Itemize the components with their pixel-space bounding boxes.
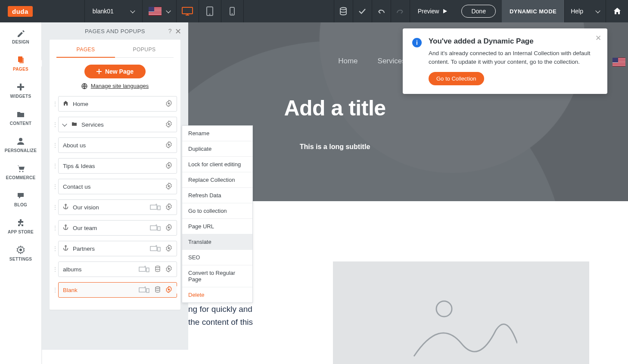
page-context-menu: RenameDuplicateLock for client editingRe… [182,125,253,303]
svg-rect-43 [139,288,146,292]
info-icon: i [412,38,422,47]
page-item[interactable]: Services [58,117,177,132]
context-menu-item[interactable]: Replace Collection [182,172,252,188]
tab-pages[interactable]: PAGES [56,43,115,58]
chevron-down-icon [62,121,67,126]
context-menu-item[interactable]: Page URL [182,219,252,234]
gear-icon[interactable] [165,203,172,212]
page-row: ⋮⋮ Home [58,96,177,112]
close-icon[interactable]: ✕ [595,34,601,43]
nav-blog[interactable]: BLOG [0,185,41,212]
nav-design[interactable]: DESIGN [0,22,41,50]
panel-tabs: PAGES POPUPS [56,40,174,58]
nav-widgets[interactable]: WIDGETS [0,77,41,104]
context-menu-item[interactable]: Refresh Data [182,188,252,203]
help-icon[interactable]: ? [168,28,172,34]
home-button[interactable] [606,0,628,22]
tablet-view-button[interactable] [199,0,221,22]
responsive-icon: ✕ [139,266,150,273]
page-item[interactable]: About us [58,137,177,153]
page-item[interactable]: Contact us [58,179,177,194]
nav-label: WIDGETS [10,94,31,99]
site-language-flag[interactable] [612,58,625,66]
page-item[interactable]: Home [58,96,177,112]
save-button[interactable] [353,0,372,22]
svg-rect-7 [19,58,24,63]
new-page-label: New Page [105,68,134,75]
svg-point-2 [210,14,210,15]
preview-button[interactable]: Preview [410,0,456,22]
context-menu-item[interactable]: Rename [182,126,252,141]
nav-personalize[interactable]: PERSONALIZE [0,131,41,158]
nav-appstore[interactable]: APP STORE [0,212,41,240]
svg-rect-39 [146,268,149,272]
context-menu-item[interactable]: Translate [182,234,252,250]
nav-label: PERSONALIZE [5,148,37,153]
tab-popups[interactable]: POPUPS [115,43,174,57]
redo-button[interactable] [391,0,410,22]
language-selector[interactable] [143,0,177,22]
gear-icon[interactable] [165,100,172,108]
new-page-button[interactable]: New Page [84,65,146,78]
page-item[interactable]: Blank ✕ [58,282,177,298]
gear-icon[interactable] [165,286,172,294]
responsive-icon: ✕ [139,286,150,293]
context-menu-item[interactable]: Go to collection [182,203,252,219]
hero-subtitle[interactable]: This is a long subtitle [300,143,370,151]
page-name: Services [81,121,161,128]
mobile-view-button[interactable] [221,0,244,22]
context-menu-item[interactable]: Duplicate [182,141,252,157]
done-button[interactable]: Done [461,5,495,18]
page-item[interactable]: Tips & Ideas [58,158,177,174]
page-item[interactable]: Partners ✕ [58,241,177,256]
page-item[interactable]: albums ✕ [58,261,177,277]
page-item[interactable]: Our team ✕ [58,220,177,236]
svg-point-41 [155,266,160,268]
desktop-view-button[interactable] [177,0,199,22]
hero-title[interactable]: Add a title [284,96,386,121]
go-to-collection-button[interactable]: Go to Collection [429,72,484,85]
svg-rect-29 [150,226,157,230]
page-row: ⋮⋮ Services [58,117,177,132]
nav-settings[interactable]: SETTINGS [0,240,41,267]
gear-icon[interactable] [165,224,172,232]
page-name: Our team [73,225,146,231]
gear-icon[interactable] [165,121,172,129]
context-menu-item[interactable]: Delete [182,287,252,302]
context-menu-item[interactable]: Convert to Regular Page [182,265,252,287]
gear-icon[interactable] [165,245,172,253]
close-icon[interactable]: ✕ [175,27,182,36]
nav-label: BLOG [14,202,27,207]
page-item[interactable]: Our vision ✕ [58,199,177,215]
page-row: ⋮⋮ Partners ✕ [58,241,177,256]
gear-icon[interactable] [165,183,172,191]
site-selector[interactable]: blank01 [84,0,143,22]
responsive-icon: ✕ [150,245,161,252]
svg-rect-24 [150,205,157,209]
anchor-icon [63,204,68,211]
gear-icon[interactable] [165,162,172,170]
help-menu[interactable]: Help [564,0,606,22]
context-menu-item[interactable]: Lock for client editing [182,157,252,172]
image-placeholder[interactable] [333,261,589,364]
undo-button[interactable] [372,0,391,22]
context-menu-item[interactable]: SEO [182,250,252,265]
gear-icon[interactable] [165,141,172,149]
gear-icon[interactable] [165,265,172,274]
nav-pages[interactable]: PAGES [0,50,41,77]
database-button[interactable] [334,0,353,22]
left-sidebar: DESIGN PAGES WIDGETS CONTENT PERSONALIZE… [0,22,42,364]
nav-link-home[interactable]: Home [338,57,358,65]
manage-languages-link[interactable]: Manage site languages [50,83,180,92]
svg-text:✕: ✕ [144,266,146,268]
nav-content[interactable]: CONTENT [0,104,41,131]
chevron-down-icon [130,8,135,13]
svg-point-47 [168,288,170,290]
nav-ecommerce[interactable]: ECOMMERCE [0,158,41,185]
page-name: Blank [63,287,134,293]
page-name: Home [73,101,161,107]
svg-rect-25 [158,206,160,210]
svg-text:✕: ✕ [155,224,158,226]
nav-link-label: Services [378,57,406,65]
nav-label: CONTENT [10,121,31,126]
